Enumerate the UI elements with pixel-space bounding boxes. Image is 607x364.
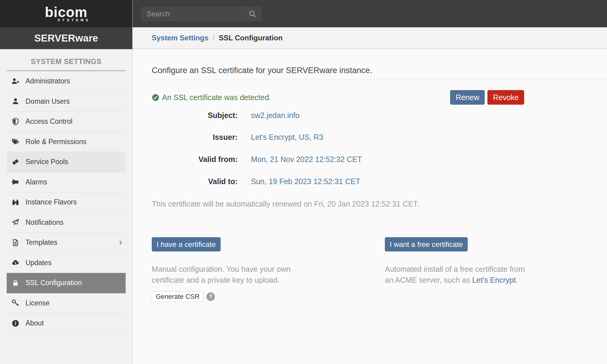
- sidebar-item-templates[interactable]: Templates: [7, 233, 126, 253]
- generate-csr-button[interactable]: Generate CSR: [152, 291, 203, 302]
- sidebar-item-label: Alarms: [25, 178, 47, 186]
- sidebar-item-label: Service Pools: [25, 158, 68, 166]
- detail-value-issuer[interactable]: Let's Encrypt, US, R3: [251, 133, 323, 142]
- search-icon[interactable]: [243, 6, 262, 21]
- manual-description: Manual configuration. You have your own …: [152, 264, 364, 285]
- sidebar-item-about[interactable]: About: [7, 313, 126, 334]
- detail-label-issuer: Issuer:: [152, 133, 238, 142]
- section-divider: [152, 226, 607, 226]
- sidebar-item-label: Role & Permissions: [25, 138, 86, 146]
- detail-row-subject: Subject:sw2.jedan.info: [152, 111, 300, 120]
- revoke-button[interactable]: Revoke: [487, 90, 524, 105]
- sidebar-item-label: Domain Users: [25, 97, 70, 106]
- detail-value-valid-to[interactable]: Sun, 19 Feb 2023 12:52:31 CET: [251, 177, 360, 186]
- detail-value-subject[interactable]: sw2.jedan.info: [251, 111, 300, 120]
- sidebar-item-ssl-configuration[interactable]: SSL Configuration: [7, 273, 126, 293]
- sidebar-item-administrators[interactable]: Administrators: [7, 71, 126, 92]
- question-circle-icon[interactable]: ?: [206, 292, 215, 301]
- search-box[interactable]: [141, 6, 262, 21]
- file-icon: [12, 239, 19, 247]
- certificate-actions: Renew Revoke: [450, 90, 524, 105]
- auto-renew-note: This certificate will be automatically r…: [152, 199, 419, 208]
- breadcrumb-current: SSL Configuration: [219, 34, 283, 42]
- ticket-icon: [12, 158, 19, 166]
- info-icon: [12, 319, 19, 327]
- sidebar-item-label: Updates: [25, 259, 52, 267]
- main-content: Configure an SSL certificate for your SE…: [133, 50, 607, 364]
- bullhorn-icon: [12, 178, 19, 186]
- sidebar-item-label: Templates: [25, 238, 57, 247]
- sidebar-item-label: Access Control: [25, 117, 73, 126]
- detail-label-valid-from: Valid from:: [152, 155, 238, 164]
- detail-label-subject: Subject:: [152, 111, 238, 120]
- manual-description-line1: Manual configuration. You have your own: [152, 265, 290, 273]
- detail-value-valid-from[interactable]: Mon, 21 Nov 2022 12:52:32 CET: [251, 155, 362, 164]
- app-logo: bicom SYSTEMS: [0, 0, 132, 27]
- tags-icon: [12, 138, 19, 146]
- manual-description-line2: certificate and a private key to upload.: [152, 276, 280, 284]
- sidebar-item-instance-flavors[interactable]: Instance Flavors: [7, 192, 126, 213]
- ssl-status-text: An SSL certificate was detected.: [162, 93, 271, 102]
- sidebar-nav: AdministratorsDomain UsersAccess Control…: [7, 71, 126, 334]
- manual-certificate-option: I have a certificate Manual configuratio…: [152, 237, 364, 302]
- free-certificate-button[interactable]: I want a free certificate: [385, 237, 468, 251]
- sidebar-section-title: SYSTEM SETTINGS: [0, 57, 132, 66]
- sidebar-item-label: Instance Flavors: [25, 198, 77, 206]
- acme-description: Automated install of a free certificate …: [385, 264, 597, 285]
- sidebar-item-role-permissions[interactable]: Role & Permissions: [7, 132, 126, 152]
- shield-icon: [12, 118, 19, 126]
- sidebar-item-notifications[interactable]: Notifications: [7, 213, 126, 233]
- detail-row-valid-from: Valid from:Mon, 21 Nov 2022 12:52:32 CET: [152, 155, 362, 164]
- sidebar-item-domain-users[interactable]: Domain Users: [7, 92, 126, 112]
- binoculars-icon: [12, 198, 19, 206]
- renew-button[interactable]: Renew: [450, 90, 485, 105]
- user-plus-icon: [12, 77, 19, 85]
- sidebar-item-alarms[interactable]: Alarms: [7, 172, 126, 193]
- certificate-status-row: An SSL certificate was detected. Renew R…: [152, 90, 524, 105]
- lets-encrypt-link[interactable]: Let's Encrypt: [472, 276, 516, 284]
- user-icon: [12, 97, 19, 105]
- breadcrumb-separator: /: [213, 34, 215, 42]
- detail-row-issuer: Issuer:Let's Encrypt, US, R3: [152, 133, 323, 142]
- paper-plane-icon: [12, 218, 19, 226]
- sidebar-item-label: Notifications: [25, 218, 63, 227]
- sidebar-item-label: License: [25, 299, 49, 307]
- detail-row-valid-to: Valid to:Sun, 19 Feb 2023 12:52:31 CET: [152, 177, 360, 186]
- sidebar-item-service-pools[interactable]: Service Pools: [7, 152, 126, 172]
- breadcrumb: System Settings / SSL Configuration: [133, 27, 607, 49]
- acme-description-line1: Automated install of a free certificate …: [385, 265, 525, 273]
- acme-certificate-option: I want a free certificate Automated inst…: [385, 237, 597, 285]
- certificate-status: An SSL certificate was detected.: [152, 93, 271, 102]
- sidebar-item-access-control[interactable]: Access Control: [7, 112, 126, 132]
- sidebar-item-label: Administrators: [25, 77, 70, 85]
- product-name: SERVERware: [0, 27, 132, 49]
- have-certificate-button[interactable]: I have a certificate: [152, 237, 221, 251]
- logo-wordmark: bicom: [45, 5, 87, 19]
- sidebar-item-label: About: [25, 319, 44, 327]
- acme-description-suffix: .: [516, 276, 518, 284]
- sidebar-item-updates[interactable]: Updates: [7, 253, 126, 273]
- sidebar-item-label: SSL Configuration: [25, 279, 82, 287]
- chevron-right-icon: [117, 239, 124, 246]
- detail-label-valid-to: Valid to:: [152, 177, 238, 186]
- page-title: Configure an SSL certificate for your SE…: [152, 65, 372, 76]
- top-header: [133, 0, 607, 27]
- title-divider: [152, 79, 607, 79]
- logo-subtitle: SYSTEMS: [58, 18, 91, 22]
- csr-row: Generate CSR ?: [152, 291, 364, 302]
- key-icon: [12, 299, 19, 307]
- cloud-download-icon: [12, 259, 19, 267]
- breadcrumb-parent-link[interactable]: System Settings: [152, 34, 209, 42]
- check-circle-icon: [152, 94, 159, 101]
- lock-icon: [12, 279, 19, 287]
- acme-description-line2: an ACME server, such as: [385, 276, 472, 284]
- sidebar: bicom SYSTEMS SERVERware SYSTEM SETTINGS…: [0, 0, 133, 364]
- sidebar-item-license[interactable]: License: [7, 293, 126, 314]
- search-input[interactable]: [141, 6, 243, 21]
